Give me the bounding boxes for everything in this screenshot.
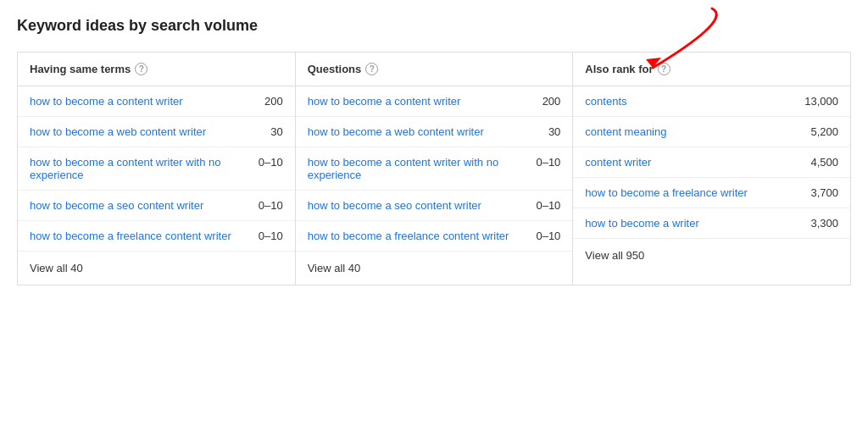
keyword-link-also-rank-0[interactable]: contents <box>585 95 796 108</box>
columns-wrapper: Having same terms?how to become a conten… <box>17 52 851 285</box>
volume-same-terms-2: 0–10 <box>259 156 283 169</box>
volume-same-terms-0: 200 <box>264 95 283 108</box>
keyword-link-also-rank-1[interactable]: content meaning <box>585 125 802 138</box>
col-rows-same-terms: how to become a content writer200how to … <box>18 86 295 251</box>
help-icon-questions[interactable]: ? <box>365 63 378 75</box>
col-rows-also-rank: contents13,000content meaning5,200conten… <box>573 86 850 238</box>
volume-also-rank-0: 13,000 <box>804 95 838 108</box>
table-row: content writer4,500 <box>573 147 850 178</box>
keyword-link-same-terms-3[interactable]: how to become a seo content writer <box>30 199 250 212</box>
table-row: how to become a web content writer30 <box>18 117 295 147</box>
help-icon-also-rank[interactable]: ? <box>658 63 670 75</box>
col-header-label-also-rank: Also rank for <box>585 63 653 75</box>
view-all-also-rank[interactable]: View all 950 <box>573 238 850 272</box>
volume-questions-1: 30 <box>548 125 560 138</box>
volume-also-rank-4: 3,300 <box>810 217 838 230</box>
keyword-link-same-terms-1[interactable]: how to become a web content writer <box>30 125 262 138</box>
col-questions: Questions?how to become a content writer… <box>296 53 574 285</box>
keyword-link-same-terms-4[interactable]: how to become a freelance content writer <box>30 230 250 242</box>
volume-questions-3: 0–10 <box>536 199 560 212</box>
volume-same-terms-4: 0–10 <box>259 230 283 242</box>
keyword-link-questions-2[interactable]: how to become a content writer with no e… <box>308 156 528 181</box>
col-rows-questions: how to become a content writer200how to … <box>296 86 573 251</box>
keyword-link-also-rank-4[interactable]: how to become a writer <box>585 217 802 230</box>
keyword-link-questions-0[interactable]: how to become a content writer <box>308 95 534 108</box>
view-all-same-terms[interactable]: View all 40 <box>18 251 295 285</box>
volume-also-rank-1: 5,200 <box>810 125 838 138</box>
table-row: how to become a content writer200 <box>296 86 573 117</box>
table-row: how to become a freelance writer3,700 <box>573 178 850 208</box>
keyword-link-same-terms-0[interactable]: how to become a content writer <box>30 95 256 108</box>
help-icon-same-terms[interactable]: ? <box>135 63 147 75</box>
col-header-label-questions: Questions <box>308 63 362 75</box>
table-row: content meaning5,200 <box>573 117 850 147</box>
col-header-label-same-terms: Having same terms <box>30 63 131 75</box>
table-row: how to become a seo content writer0–10 <box>296 191 573 221</box>
volume-questions-2: 0–10 <box>536 156 560 169</box>
table-row: how to become a writer3,300 <box>573 208 850 238</box>
keyword-link-also-rank-3[interactable]: how to become a freelance writer <box>585 186 802 199</box>
keyword-link-questions-4[interactable]: how to become a freelance content writer <box>308 230 528 242</box>
table-row: how to become a seo content writer0–10 <box>18 191 295 221</box>
col-header-same-terms: Having same terms? <box>18 53 295 86</box>
volume-questions-4: 0–10 <box>536 230 560 242</box>
view-all-questions[interactable]: View all 40 <box>296 251 573 285</box>
volume-same-terms-1: 30 <box>270 125 282 138</box>
keyword-link-questions-1[interactable]: how to become a web content writer <box>308 125 540 138</box>
col-header-questions: Questions? <box>296 53 573 86</box>
table-row: contents13,000 <box>573 86 850 117</box>
volume-same-terms-3: 0–10 <box>259 199 283 212</box>
page-title: Keyword ideas by search volume <box>8 17 860 35</box>
main-container: Keyword ideas by search volume Having sa… <box>0 0 868 443</box>
table-row: how to become a freelance content writer… <box>296 221 573 251</box>
keyword-link-questions-3[interactable]: how to become a seo content writer <box>308 199 528 212</box>
col-same-terms: Having same terms?how to become a conten… <box>18 53 296 285</box>
keyword-link-same-terms-2[interactable]: how to become a content writer with no e… <box>30 156 250 181</box>
table-row: how to become a web content writer30 <box>296 117 573 147</box>
table-row: how to become a content writer with no e… <box>296 147 573 191</box>
col-header-also-rank: Also rank for? <box>573 53 850 86</box>
keyword-link-also-rank-2[interactable]: content writer <box>585 156 802 169</box>
table-row: how to become a content writer with no e… <box>18 147 295 191</box>
volume-also-rank-3: 3,700 <box>810 186 838 199</box>
volume-also-rank-2: 4,500 <box>810 156 838 169</box>
volume-questions-0: 200 <box>542 95 561 108</box>
table-row: how to become a content writer200 <box>18 86 295 117</box>
table-row: how to become a freelance content writer… <box>18 221 295 251</box>
col-also-rank: Also rank for?contents13,000content mean… <box>573 53 850 285</box>
